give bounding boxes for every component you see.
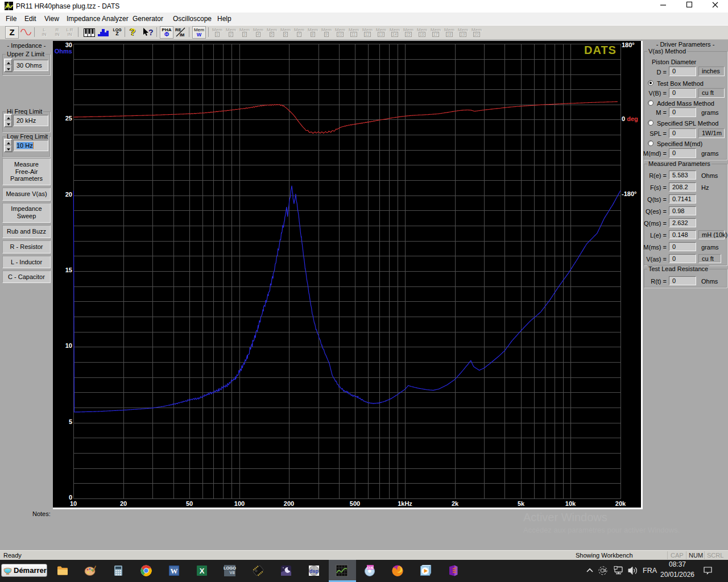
svg-text:20: 20 [65,191,72,198]
svg-text:1kHz: 1kHz [398,500,412,507]
svg-text:25: 25 [65,115,72,122]
svg-text:500: 500 [350,500,360,507]
svg-text:15: 15 [65,267,72,273]
svg-text:dsp: dsp [309,568,319,574]
svg-text:?: ? [148,28,154,37]
svg-text:20k: 20k [615,500,626,507]
svg-text:Ohms: Ohms [55,48,72,55]
svg-text:W: W [171,567,178,575]
svg-text:RE: RE [175,27,181,32]
svg-text:50: 50 [186,500,193,507]
svg-text:10: 10 [65,342,72,349]
svg-text:IM: IM [180,32,184,37]
svg-text:200: 200 [284,500,294,507]
svg-text:2k: 2k [452,500,459,507]
svg-text:100: 100 [234,500,245,507]
svg-text:V8: V8 [229,570,234,575]
svg-text:DATS: DATS [584,44,617,56]
svg-text:180°: 180° [622,41,635,48]
svg-text:CUE: CUE [367,566,374,569]
svg-text:5: 5 [69,418,72,425]
svg-text:10: 10 [70,500,77,507]
svg-text:10k: 10k [565,500,576,507]
svg-text:X: X [200,567,205,575]
svg-text:5k: 5k [518,500,525,507]
svg-text:20: 20 [120,500,127,507]
svg-text:0 deg: 0 deg [622,115,638,122]
